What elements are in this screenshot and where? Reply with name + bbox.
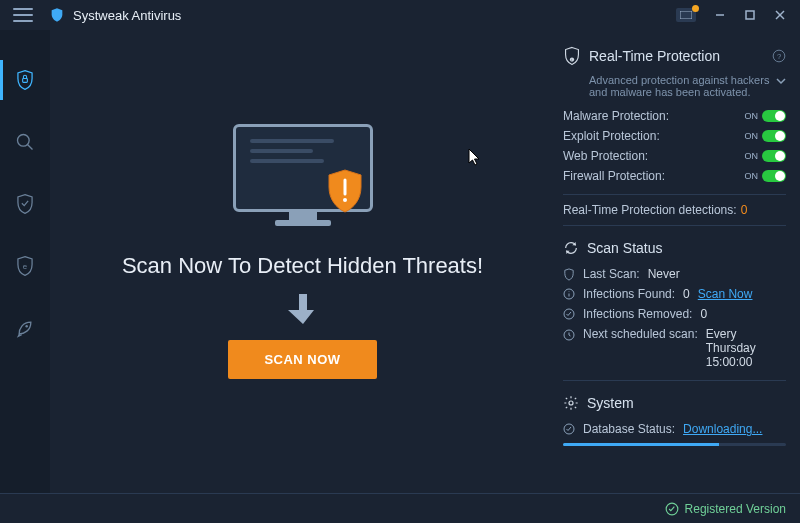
toggle-label: Malware Protection: xyxy=(563,109,669,123)
infections-removed-row: Infections Removed: 0 xyxy=(563,304,786,324)
status-panel: i Real-Time Protection ? Advanced protec… xyxy=(555,30,800,493)
scan-prompt-pane: Scan Now To Detect Hidden Threats! SCAN … xyxy=(50,30,555,493)
close-button[interactable] xyxy=(768,3,792,27)
svg-rect-0 xyxy=(680,11,692,19)
app-logo-icon xyxy=(49,7,65,23)
shield-small-icon xyxy=(563,268,575,281)
toggle-label: Firewall Protection: xyxy=(563,169,665,183)
hamburger-menu-icon[interactable] xyxy=(13,8,33,22)
sidebar-item-privacy[interactable]: e xyxy=(0,246,50,286)
svg-line-7 xyxy=(28,145,33,150)
refresh-icon xyxy=(563,240,579,256)
svg-rect-5 xyxy=(23,78,28,82)
web-switch[interactable] xyxy=(762,150,786,162)
footer: Registered Version xyxy=(0,493,800,523)
svg-point-9 xyxy=(25,325,28,328)
monitor-illustration xyxy=(233,124,373,234)
check-circle-icon xyxy=(563,308,575,320)
shield-alert-icon xyxy=(325,168,365,214)
next-scan-row: Next scheduled scan: Every Thursday 15:0… xyxy=(563,324,786,372)
toggle-firewall: Firewall Protection: ON xyxy=(563,166,786,186)
svg-text:?: ? xyxy=(777,52,781,61)
infections-found-row: Infections Found: 0 Scan Now xyxy=(563,284,786,304)
shield-info-icon: i xyxy=(563,46,581,66)
toggle-label: Web Protection: xyxy=(563,149,648,163)
system-header: System xyxy=(563,395,786,411)
database-status-row: Database Status: Downloading... xyxy=(563,419,786,439)
detections-row: Real-Time Protection detections: 0 xyxy=(563,203,786,217)
minimize-button[interactable] xyxy=(708,3,732,27)
shield-e-icon: e xyxy=(15,255,35,277)
exploit-switch[interactable] xyxy=(762,130,786,142)
download-progress xyxy=(563,443,786,446)
toggle-malware: Malware Protection: ON xyxy=(563,106,786,126)
scan-now-link[interactable]: Scan Now xyxy=(698,287,753,301)
realtime-title: Real-Time Protection xyxy=(589,48,720,64)
last-scan-row: Last Scan: Never xyxy=(563,264,786,284)
maximize-button[interactable] xyxy=(738,3,762,27)
rocket-icon xyxy=(15,318,35,338)
gear-icon xyxy=(563,395,579,411)
scan-status-header: Scan Status xyxy=(563,240,786,256)
toggle-web: Web Protection: ON xyxy=(563,146,786,166)
registered-status: Registered Version xyxy=(665,502,786,516)
title-bar: Systweak Antivirus xyxy=(0,0,800,30)
svg-point-21 xyxy=(569,401,573,405)
realtime-description: Advanced protection against hackers and … xyxy=(589,74,786,98)
svg-point-11 xyxy=(343,198,347,202)
malware-switch[interactable] xyxy=(762,110,786,122)
scan-headline: Scan Now To Detect Hidden Threats! xyxy=(122,252,483,281)
scan-status-title: Scan Status xyxy=(587,240,663,256)
arrow-down-icon xyxy=(288,292,318,326)
system-title: System xyxy=(587,395,634,411)
svg-point-6 xyxy=(18,135,30,147)
realtime-protection-header: i Real-Time Protection ? xyxy=(563,46,786,66)
sidebar-item-home[interactable] xyxy=(0,60,50,100)
info-icon xyxy=(563,288,575,300)
firewall-switch[interactable] xyxy=(762,170,786,182)
shield-check-icon xyxy=(15,193,35,215)
sidebar: e xyxy=(0,30,50,493)
detections-count: 0 xyxy=(741,203,748,217)
sidebar-item-optimize[interactable] xyxy=(0,308,50,348)
toggle-label: Exploit Protection: xyxy=(563,129,660,143)
notification-badge-icon[interactable] xyxy=(676,8,696,22)
app-title: Systweak Antivirus xyxy=(73,8,181,23)
search-icon xyxy=(15,132,35,152)
window-controls xyxy=(676,3,792,27)
svg-rect-2 xyxy=(746,11,754,19)
svg-text:e: e xyxy=(23,262,28,271)
sidebar-item-protection[interactable] xyxy=(0,184,50,224)
database-status-value: Downloading... xyxy=(683,422,762,436)
shield-lock-icon xyxy=(15,69,35,91)
toggle-exploit: Exploit Protection: ON xyxy=(563,126,786,146)
chevron-down-icon[interactable] xyxy=(776,76,786,86)
clock-icon xyxy=(563,329,575,341)
check-circle-icon xyxy=(563,423,575,435)
scan-now-button[interactable]: SCAN NOW xyxy=(228,340,376,379)
check-circle-icon xyxy=(665,502,679,516)
help-icon[interactable]: ? xyxy=(772,49,786,63)
sidebar-item-scan[interactable] xyxy=(0,122,50,162)
